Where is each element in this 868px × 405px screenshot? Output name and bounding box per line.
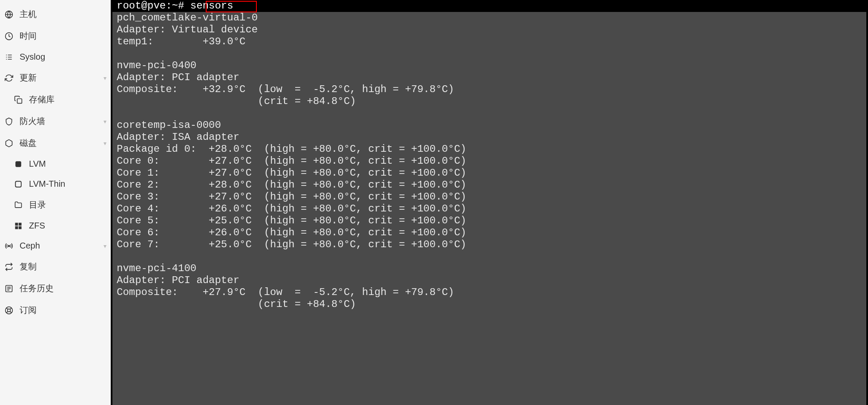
sidebar-item-label: ZFS [29,221,45,231]
chevron-icon: ▾ [103,75,106,81]
sidebar-item-11[interactable]: Ceph▾ [0,236,111,256]
sidebar-item-label: Syslog [20,52,45,62]
svg-point-12 [8,309,11,312]
sidebar-item-label: LVM-Thin [29,179,65,189]
sidebar-item-1[interactable]: 时间 [0,25,111,47]
terminal-prompt-line: root@pve:~# sensors [112,0,866,12]
life-ring-icon [4,306,14,315]
svg-rect-2 [17,98,22,103]
shield-icon [4,117,14,126]
refresh-icon [4,73,14,83]
sidebar-item-7[interactable]: LVM [0,154,111,174]
sidebar-item-label: 存储库 [29,94,55,105]
sidebar-item-label: 更新 [20,72,37,84]
grid-icon [14,221,23,231]
sidebar-item-0[interactable]: 主机 [0,3,111,25]
sidebar-item-10[interactable]: ZFS [0,216,111,236]
copy-icon [14,95,23,104]
chevron-icon: ▾ [103,243,106,249]
square-filled-icon [14,159,23,169]
sidebar-item-12[interactable]: 复制 [0,256,111,278]
terminal-prompt: root@pve:~# [117,0,184,12]
svg-rect-3 [15,161,21,167]
sidebar-item-label: 目录 [29,199,46,211]
broadcast-icon [4,241,14,251]
sidebar-item-6[interactable]: 磁盘▾ [0,132,111,154]
chevron-icon: ▾ [103,118,106,125]
sidebar-item-label: 任务历史 [20,283,54,294]
sidebar: 主机时间Syslog更新▾存储库防火墙▾磁盘▾LVMLVM-Thin目录ZFSC… [0,0,111,405]
retweet-icon [4,262,14,272]
sidebar-item-label: 主机 [20,9,37,20]
svg-rect-7 [15,226,18,229]
sidebar-item-label: 时间 [20,30,37,42]
svg-rect-4 [15,181,21,187]
sidebar-item-4[interactable]: 存储库 [0,89,111,110]
svg-rect-8 [19,226,22,229]
sidebar-item-label: LVM [29,159,46,169]
sidebar-item-label: 复制 [20,261,37,272]
sidebar-item-label: 订阅 [20,304,37,316]
sidebar-item-13[interactable]: 任务历史 [0,278,111,299]
terminal-output: pch_cometlake-virtual-0 Adapter: Virtual… [112,12,866,405]
sidebar-item-label: 防火墙 [20,116,45,127]
sidebar-item-label: 磁盘 [20,137,37,149]
sidebar-item-5[interactable]: 防火墙▾ [0,110,111,132]
svg-rect-6 [19,223,22,226]
terminal-command: sensors [190,0,233,12]
globe-icon [4,10,14,19]
svg-rect-5 [15,223,18,226]
chevron-icon: ▾ [103,140,106,147]
svg-point-9 [8,245,9,246]
tasklist-icon [4,284,14,293]
sidebar-item-label: Ceph [20,241,40,251]
disk-icon [4,139,14,148]
sidebar-item-8[interactable]: LVM-Thin [0,174,111,194]
sidebar-item-14[interactable]: 订阅 [0,299,111,321]
list-icon [4,52,14,62]
sidebar-item-3[interactable]: 更新▾ [0,67,111,89]
sidebar-item-2[interactable]: Syslog [0,47,111,67]
terminal[interactable]: root@pve:~# sensors pch_cometlake-virtua… [111,0,868,405]
square-outline-icon [14,179,23,189]
sidebar-item-9[interactable]: 目录 [0,194,111,216]
clock-icon [4,32,14,41]
folder-icon [14,200,23,210]
